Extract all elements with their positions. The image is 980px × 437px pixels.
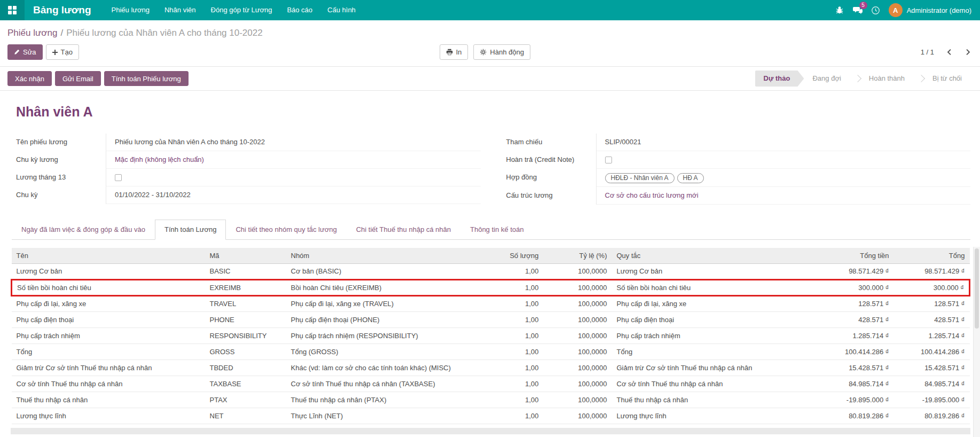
notebook-tab[interactable]: Chi tiết Thuế thu nhập cá nhân — [347, 220, 461, 240]
apps-grid-icon — [8, 6, 17, 14]
cell-rate: 100,0000 — [544, 311, 612, 327]
notebook-tab[interactable]: Thông tin kế toán — [460, 220, 533, 240]
cell-rule: Cơ sở tính Thuế thu nhập cá nhân — [612, 376, 804, 392]
nav-menu-item[interactable]: Nhân viên — [157, 0, 203, 20]
control-panel: Sửa Tạo In Hành động 1 / 1 — [7, 44, 971, 60]
field-value: Phiếu lương của Nhân viên A cho tháng 10… — [106, 134, 481, 151]
notebook-tab[interactable]: Chi tiết theo nhóm quy tắc lương — [226, 220, 346, 240]
column-header[interactable]: Tên — [12, 248, 205, 263]
status-step[interactable]: Đang đợi — [804, 71, 849, 87]
cell-total: 300.000 ₫ — [894, 279, 970, 295]
column-header[interactable]: Quy tắc — [612, 248, 804, 263]
salary-cycle-link[interactable]: Mặc định (không lệch chuẩn) — [115, 155, 204, 163]
cell-total: 100.414.286 ₫ — [894, 344, 970, 360]
cell-group: Cơ sở tính Thuế thu nhập cá nhân (TAXBAS… — [286, 376, 485, 392]
status-pipeline: Dự thảoĐang đợiHoàn thànhBị từ chối — [755, 71, 973, 87]
statusbar-action-button[interactable]: Xác nhận — [7, 71, 52, 86]
user-avatar: A — [889, 3, 903, 17]
field-13th-month: Lương tháng 13 — [16, 169, 481, 186]
cell-total: 428.571 ₫ — [894, 311, 970, 327]
cell-quantity: 1,00 — [485, 327, 544, 344]
nav-menu: Phiếu lươngNhân viênĐóng góp từ LươngBáo… — [104, 0, 363, 20]
user-menu[interactable]: A Administrator (demo) — [889, 3, 971, 17]
field-label: Chu kỳ — [16, 186, 106, 204]
table-row[interactable]: Tổng GROSS Tổng (GROSS) 1,00 100,0000 Tổ… — [12, 344, 970, 360]
app-title[interactable]: Bảng lương — [25, 4, 104, 16]
statusbar-action-button[interactable]: Gửi Email — [55, 71, 101, 86]
salary-structure-link[interactable]: Cơ sở cho cấu trúc lương mới — [605, 191, 699, 199]
breadcrumb-parent-link[interactable]: Phiếu lương — [7, 28, 57, 38]
field-salary-structure: Cấu trúc lương Cơ sở cho cấu trúc lương … — [506, 187, 971, 205]
table-row[interactable]: Lương thực lĩnh NET Thực Lĩnh (NET) 1,00… — [12, 408, 970, 424]
breadcrumb: Phiếu lương/Phiếu lương của Nhân viên A … — [0, 20, 980, 38]
cell-code: GROSS — [205, 344, 286, 360]
column-header[interactable]: Tổng tiền — [804, 248, 894, 263]
table-row[interactable]: Cơ sở tính Thuế thu nhập cá nhân TAXBASE… — [12, 376, 970, 392]
breadcrumb-separator: / — [60, 28, 63, 38]
user-name: Administrator (demo) — [907, 6, 971, 14]
cell-rate: 100,0000 — [544, 376, 612, 392]
action-button[interactable]: Hành động — [474, 44, 531, 60]
cell-code: RESPONSIBILITY — [205, 327, 286, 344]
cell-rate: 100,0000 — [544, 295, 612, 311]
table-row[interactable]: Phụ cấp điện thoại PHONE Phụ cấp điện th… — [12, 311, 970, 327]
field-contract: Hợp đồng HĐLĐ - Nhân viên AHĐ A — [506, 169, 971, 187]
cell-name: Thuế thu nhập cá nhân — [12, 392, 205, 408]
cell-amount: 80.819.286 ₫ — [804, 408, 894, 424]
debug-bug-icon[interactable] — [834, 5, 845, 15]
breadcrumb-current: Phiếu lương của Nhân viên A cho tháng 10… — [66, 28, 263, 38]
cell-name: Phụ cấp đi lại, xăng xe — [12, 295, 205, 311]
edit-button[interactable]: Sửa — [7, 44, 43, 60]
statusbar-action-button[interactable]: Tính toán Phiếu lương — [104, 71, 189, 86]
messages-chat-icon[interactable]: 5 — [852, 5, 863, 15]
vertical-scrollbar[interactable] — [973, 247, 980, 437]
pager-next-button[interactable] — [965, 49, 971, 56]
status-step[interactable]: Bị từ chối — [913, 71, 970, 87]
cell-rule: Lương thực lĩnh — [612, 408, 804, 424]
notebook-tab[interactable]: Ngày đã làm việc & đóng góp & đầu vào — [12, 220, 155, 240]
field-value: 01/10/2022 - 31/10/2022 — [106, 186, 481, 204]
thirteenth-month-checkbox[interactable] — [115, 174, 122, 181]
cell-rate: 100,0000 — [544, 263, 612, 279]
print-button[interactable]: In — [440, 44, 468, 60]
list-footer-band — [11, 428, 970, 434]
cell-code: PHONE — [205, 311, 286, 327]
pager-count[interactable]: 1 / 1 — [921, 48, 934, 56]
nav-menu-item[interactable]: Báo cáo — [279, 0, 320, 20]
message-count-badge: 5 — [859, 2, 867, 9]
scrollbar-thumb[interactable] — [975, 248, 979, 329]
field-period: Chu kỳ 01/10/2022 - 31/10/2022 — [16, 186, 481, 204]
column-header[interactable]: Số lượng — [485, 248, 544, 263]
create-button[interactable]: Tạo — [46, 44, 79, 60]
table-row[interactable]: Giảm trừ Cơ sở tính Thuế thu nhập cá nhâ… — [12, 360, 970, 376]
field-label: Hợp đồng — [506, 169, 596, 187]
cell-code: EXREIMB — [205, 279, 286, 295]
plus-icon — [52, 50, 58, 55]
column-header[interactable]: Mã — [205, 248, 286, 263]
cell-amount: 1.285.714 ₫ — [804, 327, 894, 344]
cell-code: PTAX — [205, 392, 286, 408]
cell-rule: Lương Cơ bản — [612, 263, 804, 279]
column-header[interactable]: Tỷ lệ (%) — [544, 248, 612, 263]
credit-note-checkbox[interactable] — [605, 157, 612, 163]
cell-name: Số tiền bồi hoàn chi tiêu — [12, 279, 205, 295]
nav-menu-item[interactable]: Đóng góp từ Lương — [203, 0, 280, 20]
cell-total: 80.819.286 ₫ — [894, 408, 970, 424]
table-row[interactable]: Lương Cơ bản BASIC Cơ bản (BASIC) 1,00 1… — [12, 263, 970, 279]
cell-code: TAXBASE — [205, 376, 286, 392]
apps-menu-button[interactable] — [0, 0, 25, 20]
column-header[interactable]: Nhóm — [286, 248, 485, 263]
pager-previous-button[interactable] — [946, 49, 953, 56]
table-row[interactable]: Số tiền bồi hoàn chi tiêu EXREIMB Bồi ho… — [12, 279, 970, 295]
notebook-tab[interactable]: Tính toán Lương — [155, 220, 226, 240]
cell-rule: Phụ cấp điện thoại — [612, 311, 804, 327]
nav-menu-item[interactable]: Phiếu lương — [104, 0, 157, 20]
table-row[interactable]: Phụ cấp đi lại, xăng xe TRAVEL Phụ cấp đ… — [12, 295, 970, 311]
column-header[interactable]: Tổng — [894, 248, 970, 263]
status-step[interactable]: Hoàn thành — [850, 71, 913, 87]
status-step[interactable]: Dự thảo — [755, 71, 804, 87]
table-row[interactable]: Thuế thu nhập cá nhân PTAX Thuế thu nhập… — [12, 392, 970, 408]
nav-menu-item[interactable]: Cấu hình — [320, 0, 363, 20]
table-row[interactable]: Phụ cấp trách nhiệm RESPONSIBILITY Phụ c… — [12, 327, 970, 344]
activities-clock-icon[interactable] — [871, 5, 881, 15]
